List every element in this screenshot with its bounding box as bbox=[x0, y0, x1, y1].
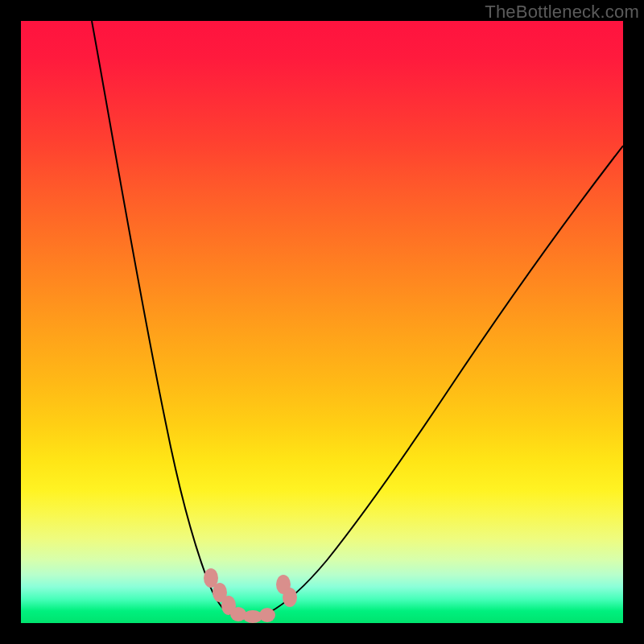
curve-overlay bbox=[21, 21, 623, 623]
marker-dot bbox=[259, 608, 275, 622]
watermark-text: TheBottleneck.com bbox=[485, 2, 639, 23]
plot-area bbox=[21, 21, 623, 623]
outer-frame: TheBottleneck.com bbox=[0, 0, 644, 644]
bottleneck-curve-left bbox=[92, 21, 237, 617]
bottleneck-curve-right bbox=[259, 146, 623, 617]
marker-dot bbox=[283, 588, 297, 607]
